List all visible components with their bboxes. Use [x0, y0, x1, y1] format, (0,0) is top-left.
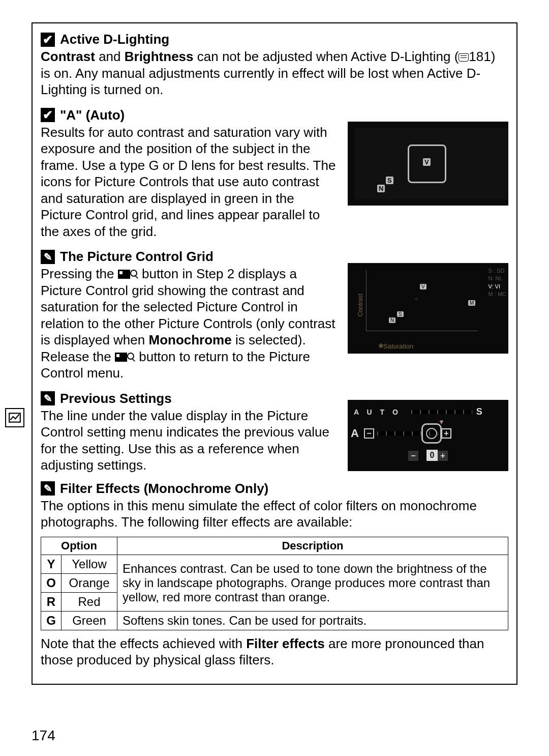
heading-text: Filter Effects (Monochrome Only) — [60, 481, 268, 497]
body-active-d-lighting: Contrast and Brightness can not be adjus… — [41, 48, 508, 98]
grid-legend: S : SD N: NL V: VI M : MC — [489, 267, 506, 299]
thumbnail-zoom-button-icon — [118, 270, 138, 280]
body-filter-effects: The options in this menu simulate the ef… — [41, 498, 508, 531]
table-row: G Green Softens skin tones. Can be used … — [41, 611, 508, 630]
heading-text: Previous Settings — [60, 391, 172, 406]
slider-dial-icon — [421, 423, 442, 444]
body-previous-settings: The line under the value display in the … — [41, 408, 339, 474]
thumbnail-zoom-button-icon — [115, 353, 135, 363]
heading-text: "A" (Auto) — [60, 107, 125, 123]
warn-check-icon — [41, 108, 55, 122]
body-picture-control-grid: Pressing the button in Step 2 displays a… — [41, 266, 339, 382]
screenshot-slider: A U T O S A − + − + 0 ▼ — [348, 400, 508, 471]
minus-icon: − — [364, 428, 374, 439]
bold-contrast: Contrast — [41, 49, 95, 64]
heading-filter-effects: Filter Effects (Monochrome Only) — [41, 481, 508, 497]
heading-a-auto: "A" (Auto) — [41, 107, 339, 123]
warn-check-icon — [41, 33, 55, 47]
filter-note: Note that the effects achieved with Filt… — [41, 635, 508, 668]
th-description: Description — [117, 537, 508, 555]
note-pencil-icon — [41, 481, 55, 496]
body-a-auto: Results for auto contrast and saturation… — [41, 124, 339, 240]
screenshot-grid-overview: Contrast V ○ M S N ❀ Saturation S : SD N… — [348, 263, 508, 354]
heading-picture-control-grid: The Picture Control Grid — [41, 249, 339, 265]
page-ref-icon — [459, 53, 469, 62]
heading-previous-settings: Previous Settings — [41, 391, 339, 406]
page-content-box: Active D-Lighting Contrast and Brightnes… — [32, 22, 517, 685]
side-tab-icon — [5, 408, 24, 427]
table-header-row: Option Description — [41, 537, 508, 555]
table-row: Y Yellow Enhances contrast. Can be used … — [41, 555, 508, 573]
th-option: Option — [41, 537, 117, 555]
page-number: 174 — [32, 728, 55, 744]
heading-active-d-lighting: Active D-Lighting — [41, 32, 508, 47]
note-pencil-icon — [41, 391, 55, 405]
bold-brightness: Brightness — [125, 49, 194, 64]
filter-effects-table: Option Description Y Yellow Enhances con… — [41, 537, 508, 630]
heading-text: The Picture Control Grid — [60, 249, 214, 265]
note-pencil-icon — [41, 250, 55, 264]
screenshot-grid-zoom: V S N — [348, 122, 508, 206]
plus-icon: + — [441, 428, 451, 439]
heading-text: Active D-Lighting — [60, 32, 169, 47]
bold-filter-effects: Filter effects — [246, 636, 325, 651]
bold-monochrome: Monochrome — [148, 332, 231, 347]
